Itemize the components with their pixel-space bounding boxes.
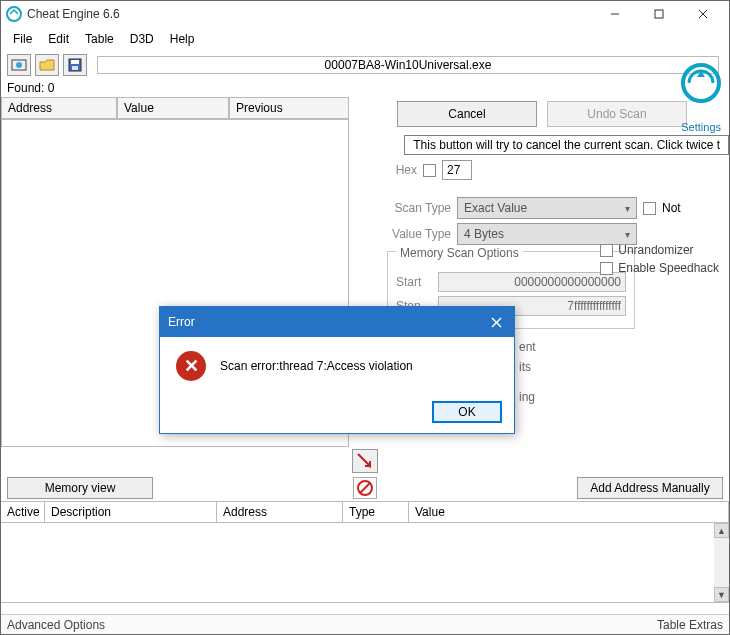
maximize-button[interactable]	[637, 1, 681, 27]
svg-rect-2	[655, 10, 663, 18]
statusbar: Advanced Options Table Extras	[1, 614, 729, 634]
menu-table[interactable]: Table	[77, 29, 122, 49]
error-icon: ✕	[176, 351, 206, 381]
open-file-button[interactable]	[35, 54, 59, 76]
cancel-scan-button[interactable]: Cancel	[397, 101, 537, 127]
svg-line-12	[360, 483, 370, 493]
error-dialog: Error ✕ Scan error:thread 7:Access viola…	[159, 306, 515, 434]
header-active[interactable]: Active	[1, 502, 45, 522]
memory-view-button[interactable]: Memory view	[7, 477, 153, 499]
svg-rect-8	[71, 60, 79, 64]
not-checkbox[interactable]	[643, 202, 656, 215]
advanced-options-link[interactable]: Advanced Options	[7, 618, 105, 632]
menubar: File Edit Table D3D Help	[1, 27, 729, 51]
cheat-engine-logo[interactable]	[679, 61, 723, 121]
settings-link[interactable]: Settings	[681, 121, 721, 133]
unrandomizer-label: Unrandomizer	[618, 243, 693, 257]
results-header-previous[interactable]: Previous	[229, 97, 349, 119]
app-icon	[5, 5, 23, 23]
speedhack-checkbox[interactable]	[600, 262, 613, 275]
undo-scan-button: Undo Scan	[547, 101, 687, 127]
nosign-icon[interactable]	[353, 477, 377, 499]
scroll-down-button[interactable]: ▼	[714, 587, 729, 602]
table-scrollbar[interactable]: ▲ ▼	[714, 523, 729, 602]
speedhack-label: Enable Speedhack	[618, 261, 719, 275]
process-name: 00007BA8-Win10Universal.exe	[97, 56, 719, 74]
scan-type-value: Exact Value	[464, 201, 527, 215]
memory-scan-options-title: Memory Scan Options	[396, 246, 523, 260]
header-address[interactable]: Address	[217, 502, 343, 522]
header-type[interactable]: Type	[343, 502, 409, 522]
header-description[interactable]: Description	[45, 502, 217, 522]
hex-label: Hex	[387, 163, 417, 177]
address-table-body[interactable]: ▲ ▼	[1, 523, 729, 603]
svg-point-6	[16, 62, 22, 68]
toolbar: 00007BA8-Win10Universal.exe	[1, 51, 729, 79]
clipped-text: ent its ing	[519, 337, 536, 407]
window-titlebar: Cheat Engine 6.6	[1, 1, 729, 27]
value-type-label: Value Type	[387, 227, 451, 241]
address-table-headers: Active Description Address Type Value	[1, 501, 729, 523]
svg-rect-9	[72, 66, 78, 70]
menu-help[interactable]: Help	[162, 29, 203, 49]
chevron-down-icon: ▾	[625, 229, 630, 240]
close-button[interactable]	[681, 1, 725, 27]
start-address-input[interactable]	[438, 272, 626, 292]
table-extras-link[interactable]: Table Extras	[657, 618, 723, 632]
error-message: Scan error:thread 7:Access violation	[220, 359, 413, 373]
menu-edit[interactable]: Edit	[40, 29, 77, 49]
window-title: Cheat Engine 6.6	[27, 7, 593, 21]
results-header-address[interactable]: Address	[1, 97, 117, 119]
hex-checkbox[interactable]	[423, 164, 436, 177]
save-button[interactable]	[63, 54, 87, 76]
open-process-button[interactable]	[7, 54, 31, 76]
scroll-up-button[interactable]: ▲	[714, 523, 729, 538]
unrandomizer-checkbox[interactable]	[600, 244, 613, 257]
not-label: Not	[662, 201, 681, 215]
value-type-value: 4 Bytes	[464, 227, 504, 241]
menu-file[interactable]: File	[5, 29, 40, 49]
scan-type-label: Scan Type	[387, 201, 451, 215]
cancel-tooltip: This button will try to cancel the curre…	[404, 135, 729, 155]
error-dialog-close-button[interactable]	[486, 312, 506, 332]
minimize-button[interactable]	[593, 1, 637, 27]
scan-type-combo[interactable]: Exact Value ▾	[457, 197, 637, 219]
add-to-list-button[interactable]	[352, 449, 378, 473]
chevron-down-icon: ▾	[625, 203, 630, 214]
value-type-combo[interactable]: 4 Bytes ▾	[457, 223, 637, 245]
start-label: Start	[396, 275, 432, 289]
add-address-manually-button[interactable]: Add Address Manually	[577, 477, 723, 499]
value-input[interactable]	[442, 160, 472, 180]
results-header-value[interactable]: Value	[117, 97, 229, 119]
menu-d3d[interactable]: D3D	[122, 29, 162, 49]
error-ok-button[interactable]: OK	[432, 401, 502, 423]
error-dialog-title: Error	[168, 315, 195, 329]
found-count: Found: 0	[1, 79, 729, 97]
header-value[interactable]: Value	[409, 502, 729, 522]
